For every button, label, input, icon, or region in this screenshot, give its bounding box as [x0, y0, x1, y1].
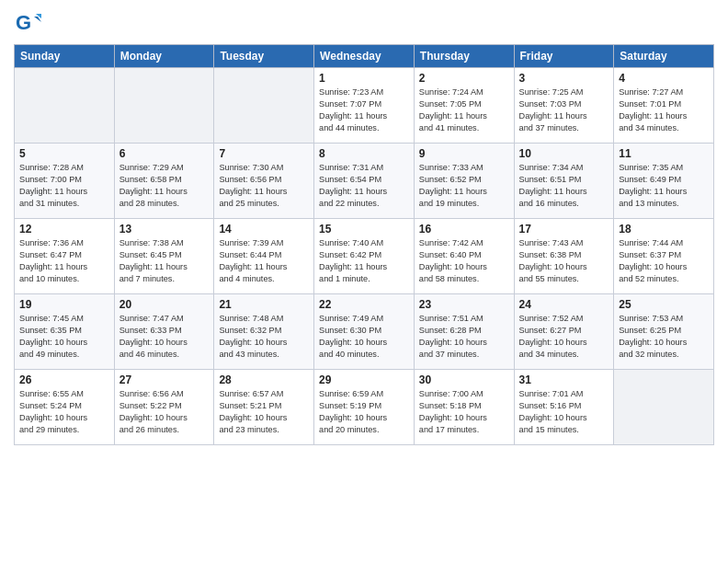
day-info: Sunrise: 7:29 AM Sunset: 6:58 PM Dayligh…	[119, 162, 210, 210]
day-number: 27	[119, 373, 210, 386]
calendar-cell: 27Sunrise: 6:56 AM Sunset: 5:22 PM Dayli…	[114, 370, 214, 445]
calendar-cell: 20Sunrise: 7:47 AM Sunset: 6:33 PM Dayli…	[114, 294, 214, 370]
day-info: Sunrise: 7:31 AM Sunset: 6:54 PM Dayligh…	[319, 162, 409, 210]
day-info: Sunrise: 7:44 AM Sunset: 6:37 PM Dayligh…	[619, 237, 709, 285]
calendar-week-4: 19Sunrise: 7:45 AM Sunset: 6:35 PM Dayli…	[15, 294, 714, 370]
day-info: Sunrise: 7:47 AM Sunset: 6:33 PM Dayligh…	[119, 313, 210, 361]
calendar-cell: 23Sunrise: 7:51 AM Sunset: 6:28 PM Dayli…	[414, 294, 514, 370]
day-info: Sunrise: 7:51 AM Sunset: 6:28 PM Dayligh…	[419, 313, 509, 361]
calendar-cell: 31Sunrise: 7:01 AM Sunset: 5:16 PM Dayli…	[514, 370, 614, 445]
day-number: 24	[519, 298, 609, 311]
day-number: 23	[419, 298, 509, 311]
weekday-header-sunday: Sunday	[15, 45, 115, 68]
calendar-week-3: 12Sunrise: 7:36 AM Sunset: 6:47 PM Dayli…	[15, 219, 714, 294]
day-info: Sunrise: 7:27 AM Sunset: 7:01 PM Dayligh…	[619, 86, 709, 134]
day-info: Sunrise: 6:55 AM Sunset: 5:24 PM Dayligh…	[19, 388, 109, 436]
day-info: Sunrise: 7:25 AM Sunset: 7:03 PM Dayligh…	[519, 86, 609, 134]
calendar-cell: 3Sunrise: 7:25 AM Sunset: 7:03 PM Daylig…	[514, 68, 614, 144]
day-info: Sunrise: 7:28 AM Sunset: 7:00 PM Dayligh…	[19, 162, 109, 210]
day-info: Sunrise: 7:45 AM Sunset: 6:35 PM Dayligh…	[19, 313, 109, 361]
calendar-cell: 12Sunrise: 7:36 AM Sunset: 6:47 PM Dayli…	[15, 219, 115, 294]
day-info: Sunrise: 6:56 AM Sunset: 5:22 PM Dayligh…	[119, 388, 210, 436]
calendar-cell: 13Sunrise: 7:38 AM Sunset: 6:45 PM Dayli…	[114, 219, 214, 294]
calendar-cell: 11Sunrise: 7:35 AM Sunset: 6:49 PM Dayli…	[614, 144, 714, 219]
day-info: Sunrise: 7:34 AM Sunset: 6:51 PM Dayligh…	[519, 162, 609, 210]
calendar-cell: 8Sunrise: 7:31 AM Sunset: 6:54 PM Daylig…	[314, 144, 415, 219]
day-info: Sunrise: 7:48 AM Sunset: 6:32 PM Dayligh…	[219, 313, 309, 361]
day-info: Sunrise: 7:01 AM Sunset: 5:16 PM Dayligh…	[519, 388, 609, 436]
day-info: Sunrise: 7:33 AM Sunset: 6:52 PM Dayligh…	[419, 162, 509, 210]
day-number: 8	[319, 147, 409, 160]
day-number: 11	[619, 147, 709, 160]
day-number: 26	[19, 373, 109, 386]
logo-icon: G	[14, 9, 41, 37]
calendar-week-1: 1Sunrise: 7:23 AM Sunset: 7:07 PM Daylig…	[15, 68, 714, 144]
day-info: Sunrise: 7:39 AM Sunset: 6:44 PM Dayligh…	[219, 237, 309, 285]
day-info: Sunrise: 7:42 AM Sunset: 6:40 PM Dayligh…	[419, 237, 509, 285]
calendar-cell: 17Sunrise: 7:43 AM Sunset: 6:38 PM Dayli…	[514, 219, 614, 294]
day-info: Sunrise: 7:00 AM Sunset: 5:18 PM Dayligh…	[419, 388, 509, 436]
calendar-cell	[15, 68, 115, 144]
day-info: Sunrise: 7:30 AM Sunset: 6:56 PM Dayligh…	[219, 162, 309, 210]
calendar-cell: 18Sunrise: 7:44 AM Sunset: 6:37 PM Dayli…	[614, 219, 714, 294]
day-number: 10	[519, 147, 609, 160]
weekday-header-wednesday: Wednesday	[314, 45, 415, 68]
day-info: Sunrise: 7:36 AM Sunset: 6:47 PM Dayligh…	[19, 237, 109, 285]
day-number: 20	[119, 298, 210, 311]
calendar-cell: 5Sunrise: 7:28 AM Sunset: 7:00 PM Daylig…	[15, 144, 115, 219]
calendar-cell: 6Sunrise: 7:29 AM Sunset: 6:58 PM Daylig…	[114, 144, 214, 219]
day-number: 28	[219, 373, 309, 386]
day-number: 13	[119, 223, 210, 236]
day-number: 31	[519, 373, 609, 386]
calendar-cell	[614, 370, 714, 445]
day-info: Sunrise: 7:35 AM Sunset: 6:49 PM Dayligh…	[619, 162, 709, 210]
day-number: 12	[19, 223, 109, 236]
calendar-cell: 10Sunrise: 7:34 AM Sunset: 6:51 PM Dayli…	[514, 144, 614, 219]
weekday-header-tuesday: Tuesday	[214, 45, 314, 68]
calendar-cell: 29Sunrise: 6:59 AM Sunset: 5:19 PM Dayli…	[314, 370, 415, 445]
day-info: Sunrise: 6:57 AM Sunset: 5:21 PM Dayligh…	[219, 388, 309, 436]
day-number: 5	[19, 147, 109, 160]
day-number: 30	[419, 373, 509, 386]
day-info: Sunrise: 7:23 AM Sunset: 7:07 PM Dayligh…	[319, 86, 409, 134]
day-number: 9	[419, 147, 509, 160]
day-number: 4	[619, 72, 709, 85]
day-number: 2	[419, 72, 509, 85]
day-number: 14	[219, 223, 309, 236]
day-info: Sunrise: 7:49 AM Sunset: 6:30 PM Dayligh…	[319, 313, 409, 361]
calendar-cell: 16Sunrise: 7:42 AM Sunset: 6:40 PM Dayli…	[414, 219, 514, 294]
calendar-week-2: 5Sunrise: 7:28 AM Sunset: 7:00 PM Daylig…	[15, 144, 714, 219]
day-number: 21	[219, 298, 309, 311]
calendar-cell: 4Sunrise: 7:27 AM Sunset: 7:01 PM Daylig…	[614, 68, 714, 144]
day-info: Sunrise: 7:40 AM Sunset: 6:42 PM Dayligh…	[319, 237, 409, 285]
day-number: 6	[119, 147, 210, 160]
svg-text:G: G	[16, 11, 31, 34]
day-number: 22	[319, 298, 409, 311]
weekday-header-saturday: Saturday	[614, 45, 714, 68]
day-info: Sunrise: 7:52 AM Sunset: 6:27 PM Dayligh…	[519, 313, 609, 361]
weekday-header-friday: Friday	[514, 45, 614, 68]
day-number: 29	[319, 373, 409, 386]
calendar-cell	[114, 68, 214, 144]
day-number: 25	[619, 298, 709, 311]
calendar-cell: 14Sunrise: 7:39 AM Sunset: 6:44 PM Dayli…	[214, 219, 314, 294]
calendar-cell: 24Sunrise: 7:52 AM Sunset: 6:27 PM Dayli…	[514, 294, 614, 370]
calendar-cell: 30Sunrise: 7:00 AM Sunset: 5:18 PM Dayli…	[414, 370, 514, 445]
day-info: Sunrise: 7:24 AM Sunset: 7:05 PM Dayligh…	[419, 86, 509, 134]
weekday-header-thursday: Thursday	[414, 45, 514, 68]
calendar-cell: 9Sunrise: 7:33 AM Sunset: 6:52 PM Daylig…	[414, 144, 514, 219]
day-number: 15	[319, 223, 409, 236]
calendar-table: SundayMondayTuesdayWednesdayThursdayFrid…	[14, 44, 714, 445]
calendar-cell: 28Sunrise: 6:57 AM Sunset: 5:21 PM Dayli…	[214, 370, 314, 445]
logo: G	[14, 9, 44, 37]
calendar-week-5: 26Sunrise: 6:55 AM Sunset: 5:24 PM Dayli…	[15, 370, 714, 445]
calendar-cell: 1Sunrise: 7:23 AM Sunset: 7:07 PM Daylig…	[314, 68, 415, 144]
day-number: 1	[319, 72, 409, 85]
day-info: Sunrise: 7:38 AM Sunset: 6:45 PM Dayligh…	[119, 237, 210, 285]
day-number: 16	[419, 223, 509, 236]
weekday-header-monday: Monday	[114, 45, 214, 68]
calendar-cell: 21Sunrise: 7:48 AM Sunset: 6:32 PM Dayli…	[214, 294, 314, 370]
calendar-cell: 19Sunrise: 7:45 AM Sunset: 6:35 PM Dayli…	[15, 294, 115, 370]
day-number: 7	[219, 147, 309, 160]
calendar-cell: 25Sunrise: 7:53 AM Sunset: 6:25 PM Dayli…	[614, 294, 714, 370]
